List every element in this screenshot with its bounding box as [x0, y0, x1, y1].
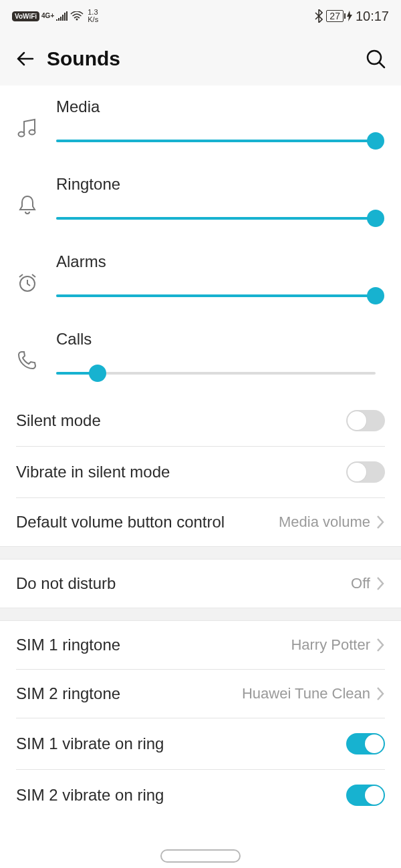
alarms-slider[interactable]: [56, 287, 376, 304]
sim2-vibrate-toggle[interactable]: [346, 785, 385, 806]
clock: 10:17: [356, 9, 389, 24]
calls-label: Calls: [56, 330, 376, 349]
sim1-ringtone-value: Harry Potter: [291, 636, 370, 654]
svg-point-3: [29, 130, 35, 135]
sim2-ringtone-value: Huawei Tune Clean: [242, 685, 370, 702]
header: Sounds: [0, 32, 401, 85]
media-label: Media: [56, 97, 376, 116]
network-type: 4G+: [41, 13, 54, 19]
dnd-label: Do not disturb: [16, 574, 116, 593]
sim2-vibrate-row[interactable]: SIM 2 vibrate on ring: [0, 770, 401, 806]
media-slider[interactable]: [56, 132, 376, 150]
chevron-right-icon: [376, 638, 385, 652]
sim2-ringtone-label: SIM 2 ringtone: [16, 684, 120, 703]
silent-mode-label: Silent mode: [16, 411, 101, 430]
charging-icon: [347, 11, 352, 21]
silent-mode-row[interactable]: Silent mode: [0, 395, 401, 446]
signal-icon: [56, 11, 68, 21]
music-icon: [16, 116, 39, 139]
battery-level: 27: [326, 10, 344, 22]
default-volume-label: Default volume button control: [16, 513, 225, 531]
sim1-vibrate-toggle[interactable]: [346, 733, 385, 754]
speed-unit: K/s: [88, 16, 98, 23]
default-volume-row[interactable]: Default volume button control Media volu…: [0, 498, 401, 546]
silent-mode-toggle[interactable]: [346, 410, 385, 431]
sim1-vibrate-label: SIM 1 vibrate on ring: [16, 734, 164, 753]
ringtone-label: Ringtone: [56, 175, 376, 194]
calls-slider[interactable]: [56, 365, 376, 382]
sim1-ringtone-row[interactable]: SIM 1 ringtone Harry Potter: [0, 621, 401, 669]
search-button[interactable]: [362, 45, 389, 72]
sim1-vibrate-row[interactable]: SIM 1 vibrate on ring: [0, 718, 401, 769]
svg-point-0: [76, 19, 78, 21]
sim2-vibrate-label: SIM 2 vibrate on ring: [16, 786, 164, 805]
dnd-value: Off: [351, 575, 370, 592]
arrow-left-icon: [15, 48, 36, 69]
bluetooth-icon: [315, 9, 323, 23]
vowifi-badge: VoWiFi: [12, 11, 39, 21]
svg-point-2: [19, 132, 25, 137]
wifi-icon: [70, 11, 84, 21]
status-bar: VoWiFi 4G+ 1.3 K/s 27 10:17: [0, 0, 401, 32]
phone-icon: [16, 349, 39, 371]
sim1-ringtone-label: SIM 1 ringtone: [16, 636, 120, 654]
page-title: Sounds: [47, 47, 120, 70]
vibrate-silent-label: Vibrate in silent mode: [16, 463, 170, 481]
alarms-label: Alarms: [56, 252, 376, 271]
alarm-icon: [16, 271, 39, 294]
ringtone-slider-row: Ringtone: [0, 163, 401, 240]
bell-icon: [16, 194, 39, 216]
vibrate-silent-row[interactable]: Vibrate in silent mode: [0, 447, 401, 497]
calls-slider-row: Calls: [0, 318, 401, 395]
chevron-right-icon: [376, 686, 385, 701]
sim2-ringtone-row[interactable]: SIM 2 ringtone Huawei Tune Clean: [0, 670, 401, 718]
ringtone-slider[interactable]: [56, 210, 376, 227]
default-volume-value: Media volume: [279, 513, 370, 531]
media-slider-row: Media: [0, 85, 401, 163]
svg-point-1: [368, 51, 381, 64]
vibrate-silent-toggle[interactable]: [346, 461, 385, 483]
chevron-right-icon: [376, 515, 385, 529]
alarms-slider-row: Alarms: [0, 240, 401, 318]
back-button[interactable]: [12, 45, 39, 72]
chevron-right-icon: [376, 576, 385, 591]
dnd-row[interactable]: Do not disturb Off: [0, 560, 401, 608]
search-icon: [366, 49, 386, 69]
